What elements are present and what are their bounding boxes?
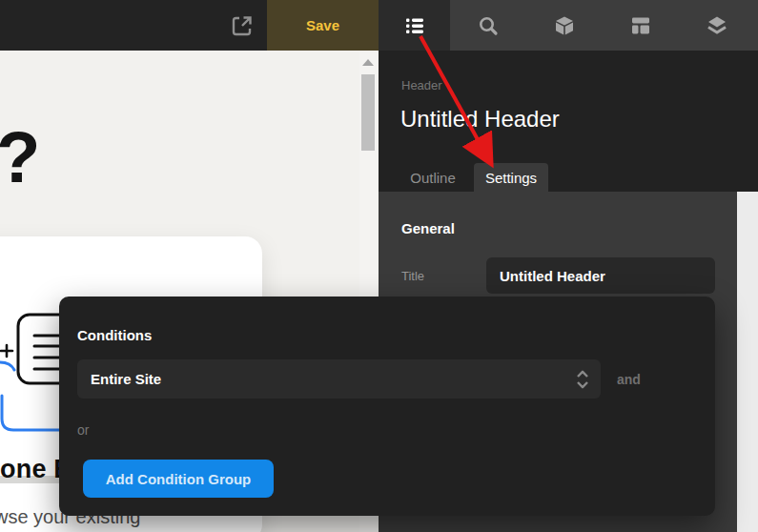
condition-select[interactable]: Entire Site bbox=[77, 359, 601, 399]
toolbar-tab-list[interactable] bbox=[379, 0, 450, 51]
inspector-header: Header Untitled Header Outline Settings bbox=[379, 51, 758, 192]
canvas-scrollbar-thumb[interactable] bbox=[361, 74, 375, 151]
and-label: and bbox=[617, 372, 641, 387]
title-field-label: Title bbox=[401, 269, 424, 283]
tab-settings[interactable]: Settings bbox=[474, 163, 548, 192]
preview-heading-fragment: ? bbox=[0, 115, 40, 198]
list-icon bbox=[403, 14, 426, 37]
title-input[interactable] bbox=[486, 257, 715, 294]
toolbar-icon-strip bbox=[450, 0, 758, 51]
add-condition-group-button[interactable]: Add Condition Group bbox=[83, 460, 274, 498]
condition-select-value: Entire Site bbox=[91, 371, 161, 387]
app-window: ? one E wse your existing Save bbox=[0, 0, 758, 532]
conditions-heading: Conditions bbox=[77, 327, 152, 343]
toolbar-tab-layers[interactable] bbox=[679, 0, 755, 51]
save-button[interactable]: Save bbox=[267, 0, 379, 51]
element-kind-label: Header bbox=[401, 78, 442, 92]
toolbar-tab-components[interactable] bbox=[526, 0, 603, 51]
settings-scrollbar[interactable] bbox=[737, 192, 758, 532]
top-bar: Save bbox=[0, 0, 758, 51]
conditions-panel: Conditions Entire Site and or Add Condit… bbox=[59, 297, 715, 516]
scroll-up-arrow-icon[interactable] bbox=[362, 59, 374, 66]
cube-icon bbox=[553, 14, 576, 37]
toolbar-tab-search[interactable] bbox=[450, 0, 526, 51]
general-section-heading: General bbox=[401, 220, 455, 236]
search-icon bbox=[477, 14, 500, 37]
layers-icon bbox=[705, 13, 729, 38]
layout-icon bbox=[629, 14, 652, 37]
toolbar-tab-layout[interactable] bbox=[603, 0, 679, 51]
tab-outline[interactable]: Outline bbox=[401, 163, 464, 192]
clone-document-illustration bbox=[0, 307, 67, 440]
element-title: Untitled Header bbox=[400, 106, 560, 133]
or-label: or bbox=[77, 422, 89, 438]
external-link-icon[interactable] bbox=[230, 13, 255, 38]
chevron-updown-icon bbox=[575, 369, 590, 390]
